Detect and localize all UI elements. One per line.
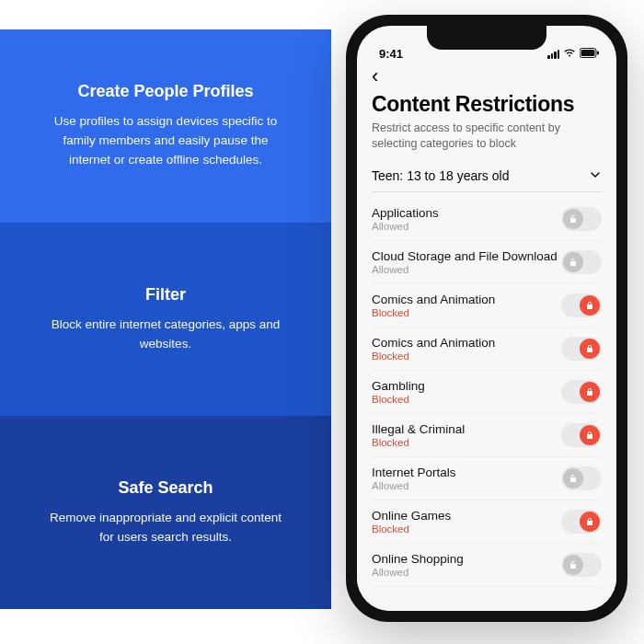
category-info: ApplicationsAllowed: [372, 206, 439, 232]
wifi-icon: [563, 47, 576, 61]
unlock-icon: [563, 209, 583, 229]
block-toggle[interactable]: [561, 423, 602, 447]
category-label: Online Games: [372, 509, 451, 523]
unlock-icon: [563, 468, 583, 489]
phone-frame: 9:41 ‹ Content Restrictions Restrict acc…: [346, 15, 627, 622]
category-label: Internet Portals: [372, 466, 456, 479]
unlock-icon: [563, 555, 583, 575]
panel-body: Block entire internet categories, apps a…: [46, 316, 285, 354]
block-toggle[interactable]: [561, 380, 602, 404]
content-area: ‹ Content Restrictions Restrict access t…: [357, 63, 616, 611]
category-info: Comics and AnimationBlocked: [372, 293, 495, 318]
panel-filter: Filter Block entire internet categories,…: [0, 223, 331, 416]
category-row: Illegal & CriminalBlocked: [372, 414, 602, 457]
category-row: Comics and AnimationBlocked: [372, 284, 602, 328]
lock-icon: [580, 512, 600, 532]
category-list: ApplicationsAllowedCloud Storage and Fil…: [372, 198, 602, 587]
panel-title: Create People Profiles: [77, 82, 253, 101]
category-label: Gambling: [372, 379, 425, 393]
svg-rect-1: [581, 50, 595, 56]
category-row: Comics and AnimationBlocked: [372, 328, 602, 371]
status-time: 9:41: [379, 47, 403, 61]
category-info: Cloud Storage and File DownloadAllowed: [372, 249, 558, 275]
category-info: Online ShoppingAllowed: [372, 552, 464, 578]
category-state: Allowed: [372, 264, 558, 275]
status-icons: [547, 47, 600, 61]
category-state: Allowed: [372, 221, 439, 232]
category-state: Blocked: [372, 523, 451, 535]
category-row: Cloud Storage and File DownloadAllowed: [372, 241, 602, 284]
category-label: Illegal & Criminal: [372, 422, 465, 436]
category-row: GamblingBlocked: [372, 371, 602, 414]
category-info: Illegal & CriminalBlocked: [372, 422, 465, 448]
unlock-icon: [563, 252, 583, 272]
panel-create-profiles: Create People Profiles Use profiles to a…: [0, 29, 331, 223]
phone-screen: 9:41 ‹ Content Restrictions Restrict acc…: [357, 26, 616, 611]
block-toggle[interactable]: [561, 337, 602, 361]
category-row: Online GamesBlocked: [372, 500, 602, 544]
page-title: Content Restrictions: [372, 92, 602, 117]
category-row: ApplicationsAllowed: [372, 198, 602, 241]
panel-title: Safe Search: [118, 478, 213, 498]
block-toggle[interactable]: [561, 510, 602, 534]
lock-icon: [580, 382, 600, 402]
category-state: Blocked: [372, 437, 465, 448]
lock-icon: [580, 339, 600, 359]
block-toggle[interactable]: [561, 466, 602, 490]
age-profile-selector[interactable]: Teen: 13 to 18 years old: [372, 161, 602, 192]
category-row: Online ShoppingAllowed: [372, 544, 602, 587]
block-toggle[interactable]: [561, 293, 602, 317]
category-row: Internet PortalsAllowed: [372, 457, 602, 500]
block-toggle[interactable]: [561, 207, 602, 231]
category-label: Comics and Animation: [372, 336, 495, 350]
category-state: Allowed: [372, 480, 456, 491]
category-state: Allowed: [372, 567, 464, 578]
category-info: Comics and AnimationBlocked: [372, 336, 495, 362]
category-label: Cloud Storage and File Download: [372, 249, 558, 263]
signal-icon: [547, 50, 559, 59]
category-label: Online Shopping: [372, 552, 464, 566]
category-info: Online GamesBlocked: [372, 509, 451, 535]
category-label: Applications: [372, 206, 439, 220]
category-state: Blocked: [372, 394, 425, 405]
svg-rect-2: [597, 52, 599, 55]
battery-icon: [580, 47, 600, 61]
panel-body: Use profiles to assign devices specific …: [46, 112, 285, 170]
back-button[interactable]: ‹: [372, 63, 602, 92]
phone-notch: [427, 26, 546, 50]
selector-label: Teen: 13 to 18 years old: [372, 168, 509, 183]
block-toggle[interactable]: [561, 250, 602, 274]
lock-icon: [580, 425, 600, 445]
category-state: Blocked: [372, 307, 495, 318]
chevron-down-icon: [589, 168, 602, 184]
feature-panels: Create People Profiles Use profiles to a…: [0, 29, 331, 609]
category-state: Blocked: [372, 351, 495, 362]
panel-title: Filter: [145, 285, 186, 305]
panel-body: Remove inappropriate and explicit conten…: [46, 509, 285, 547]
category-info: Internet PortalsAllowed: [372, 466, 456, 491]
lock-icon: [580, 295, 600, 316]
category-label: Comics and Animation: [372, 293, 495, 306]
category-info: GamblingBlocked: [372, 379, 425, 405]
panel-safe-search: Safe Search Remove inappropriate and exp…: [0, 416, 331, 609]
page-subtitle: Restrict access to specific content by s…: [372, 121, 602, 152]
block-toggle[interactable]: [561, 553, 602, 577]
